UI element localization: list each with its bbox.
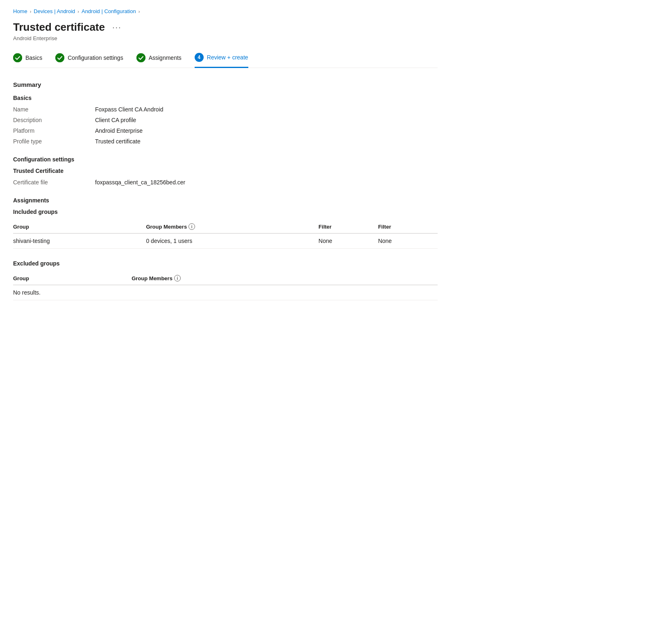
field-description-value: Client CA profile [95,117,136,123]
breadcrumb-android-configuration[interactable]: Android | Configuration [82,8,136,14]
cell-filter-1: None [318,234,378,249]
step-basics[interactable]: Basics [13,53,42,67]
group-members-info-icon[interactable]: i [188,223,195,230]
summary-section: Summary Basics Name Foxpass Client CA An… [13,81,438,300]
cell-filter-2: None [378,234,438,249]
excol-group: Group [13,272,132,285]
page-title: Trusted certificate [13,21,105,34]
field-profile-type-value: Trusted certificate [95,138,141,145]
step-assignments[interactable]: Assignments [136,53,182,67]
page-menu-button[interactable]: ··· [110,22,124,33]
field-certificate-file: Certificate file foxpassqa_client_ca_182… [13,179,438,186]
breadcrumb-devices-android[interactable]: Devices | Android [34,8,75,14]
field-certificate-file-value: foxpassqa_client_ca_18256bed.cer [95,179,185,186]
no-results-cell: No results. [13,285,438,300]
breadcrumb-home[interactable]: Home [13,8,27,14]
step-review-label: Review + create [207,54,248,61]
excluded-group-members-info-icon[interactable]: i [174,275,181,281]
col-group: Group [13,220,146,234]
excol-group-members-label: Group Members [132,275,173,281]
table-row-no-results: No results. [13,285,438,300]
excluded-groups-heading: Excluded groups [13,260,438,267]
step-configuration-label: Configuration settings [68,54,123,61]
step-review-create[interactable]: 4 Review + create [195,53,248,68]
breadcrumb-separator-3: › [138,9,140,14]
wizard-steps: Basics Configuration settings Assignment… [13,53,438,68]
field-profile-type: Profile type Trusted certificate [13,138,438,145]
field-description: Description Client CA profile [13,117,438,123]
field-certificate-file-label: Certificate file [13,179,95,186]
config-settings-heading: Configuration settings [13,156,438,163]
excol-group-members: Group Members i [132,272,438,285]
field-platform: Platform Android Enterprise [13,127,438,134]
basics-section: Basics Name Foxpass Client CA Android De… [13,95,438,145]
svg-point-0 [13,53,22,62]
step-basics-icon [13,53,22,62]
breadcrumb: Home › Devices | Android › Android | Con… [13,8,438,14]
assignments-heading: Assignments [13,197,438,204]
cell-group-members: 0 devices, 1 users [146,234,318,249]
table-row: shivani-testing 0 devices, 1 users None … [13,234,438,249]
page-subtitle: Android Enterprise [13,35,438,41]
col-group-members: Group Members i [146,220,318,234]
step-assignments-label: Assignments [149,54,182,61]
included-groups-table: Group Group Members i Filter Filter [13,220,438,249]
step-review-icon: 4 [195,53,204,62]
breadcrumb-separator-1: › [30,9,32,14]
field-name-label: Name [13,106,95,113]
step-configuration-icon [55,53,64,62]
no-results-text: No results. [13,285,41,300]
step-basics-label: Basics [25,54,42,61]
svg-point-1 [55,53,64,62]
field-platform-value: Android Enterprise [95,127,143,134]
config-settings-section: Configuration settings Trusted Certifica… [13,156,438,186]
field-name-value: Foxpass Client CA Android [95,106,163,113]
cell-group-name: shivani-testing [13,234,146,249]
included-groups-section: Included groups Group Group Members i Fi… [13,209,438,249]
field-name: Name Foxpass Client CA Android [13,106,438,113]
trusted-certificate-heading: Trusted Certificate [13,168,438,174]
svg-point-2 [136,53,145,62]
excluded-groups-section: Excluded groups Group Group Members i [13,260,438,300]
page-title-row: Trusted certificate ··· [13,21,438,34]
field-platform-label: Platform [13,127,95,134]
assignments-section: Assignments Included groups Group Group … [13,197,438,300]
included-groups-heading: Included groups [13,209,438,215]
included-groups-header-row: Group Group Members i Filter Filter [13,220,438,234]
field-description-label: Description [13,117,95,123]
basics-heading: Basics [13,95,438,101]
field-profile-type-label: Profile type [13,138,95,145]
excluded-groups-header-row: Group Group Members i [13,272,438,285]
breadcrumb-separator-2: › [77,9,79,14]
col-filter-2: Filter [378,220,438,234]
col-group-members-label: Group Members [146,224,187,230]
summary-heading: Summary [13,81,438,88]
step-configuration-settings[interactable]: Configuration settings [55,53,123,67]
step-assignments-icon [136,53,145,62]
excluded-groups-table: Group Group Members i No results. [13,272,438,300]
col-filter-1: Filter [318,220,378,234]
